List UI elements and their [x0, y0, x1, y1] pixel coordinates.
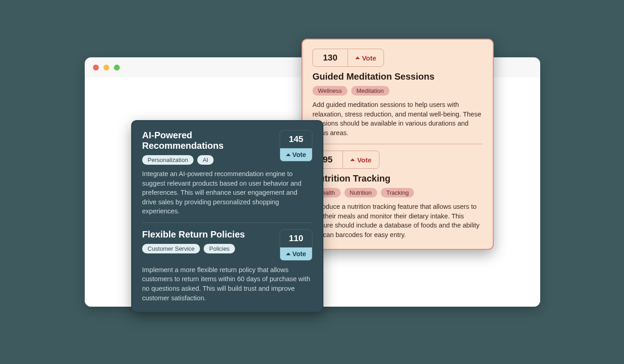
vote-count: 130 [312, 49, 348, 67]
feature-title: Flexible Return Policies [142, 229, 273, 240]
upvote-icon [286, 153, 291, 156]
feature-item: Flexible Return Policies Customer Servic… [142, 229, 312, 303]
feature-title: Guided Meditation Sessions [312, 71, 483, 82]
vote-button[interactable]: Vote [280, 148, 312, 161]
voting-card-dark: AI-Powered Recommendations Personalizati… [131, 120, 323, 313]
feature-description: Add guided meditation sessions to help u… [312, 100, 483, 137]
feature-item: AI-Powered Recommendations Personalizati… [142, 130, 312, 216]
divider [312, 144, 483, 144]
upvote-icon [355, 56, 360, 59]
feature-item: 95 Vote Nutrition Tracking Health Nutrit… [312, 151, 483, 239]
window-maximize-icon[interactable] [114, 65, 120, 71]
vote-count: 110 [280, 230, 312, 247]
upvote-icon [350, 158, 355, 161]
tag-row: Customer Service Policies [142, 244, 273, 253]
vote-control: 95 Vote [312, 151, 483, 169]
tag[interactable]: Tracking [381, 188, 414, 197]
divider [142, 222, 312, 223]
tag[interactable]: Nutrition [344, 188, 377, 197]
vote-control: 110 Vote [280, 229, 312, 261]
window-minimize-icon[interactable] [103, 65, 109, 71]
tag[interactable]: Meditation [351, 86, 389, 96]
tag-row: Wellness Meditation [312, 86, 483, 96]
feature-description: Integrate an AI-powered recommendation e… [142, 169, 312, 216]
vote-button[interactable]: Vote [280, 247, 312, 260]
feature-description: Implement a more flexible return policy … [142, 265, 312, 303]
tag-row: Health Nutrition Tracking [312, 188, 483, 197]
window-close-icon[interactable] [93, 65, 99, 71]
vote-control: 130 Vote [312, 49, 483, 67]
tag-row: Personalization AI [142, 155, 273, 165]
vote-control: 145 Vote [280, 130, 312, 162]
vote-count: 145 [280, 131, 312, 148]
feature-item: 130 Vote Guided Meditation Sessions Well… [312, 49, 483, 137]
voting-card-light: 130 Vote Guided Meditation Sessions Well… [302, 39, 494, 250]
tag[interactable]: Policies [204, 244, 235, 253]
vote-label: Vote [292, 151, 306, 158]
vote-button[interactable]: Vote [343, 151, 379, 169]
vote-label: Vote [362, 54, 376, 62]
vote-label: Vote [292, 250, 306, 258]
tag[interactable]: Customer Service [142, 244, 200, 253]
tag[interactable]: Wellness [312, 86, 348, 96]
feature-description: Introduce a nutrition tracking feature t… [312, 202, 483, 239]
tag[interactable]: AI [197, 155, 214, 165]
tag[interactable]: Personalization [142, 155, 194, 165]
upvote-icon [286, 253, 291, 255]
vote-label: Vote [357, 156, 371, 164]
feature-title: Nutrition Tracking [312, 173, 483, 184]
feature-title: AI-Powered Recommendations [142, 130, 273, 151]
vote-button[interactable]: Vote [348, 49, 384, 67]
